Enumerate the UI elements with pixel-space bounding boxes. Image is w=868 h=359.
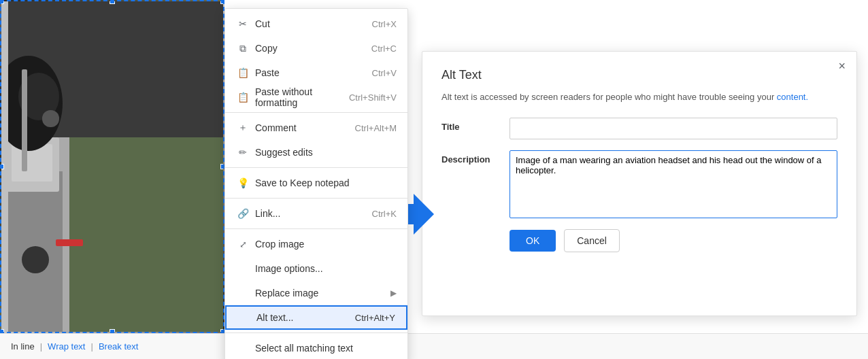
- menu-label-select-matching: Select all matching text: [255, 343, 397, 354]
- title-row: Title: [441, 118, 837, 139]
- menu-label-keep: Save to Keep notepad: [255, 177, 397, 188]
- dialog-title: Alt Text: [441, 68, 837, 82]
- menu-item-select-matching[interactable]: Select all matching text: [225, 336, 407, 359]
- paste-icon: 📋: [236, 67, 250, 78]
- dialog-close-button[interactable]: ×: [838, 60, 846, 72]
- submenu-arrow: ▶: [390, 288, 397, 298]
- menu-label-alt-text: Alt text...: [256, 312, 355, 323]
- suggest-icon: ✏: [236, 147, 250, 158]
- shortcut-alt-text: Ctrl+Alt+Y: [355, 313, 395, 323]
- context-menu: ✂ Cut Ctrl+X ⧉ Copy Ctrl+C 📋 Paste Ctrl+…: [224, 8, 408, 359]
- menu-label-comment: Comment: [255, 122, 355, 133]
- menu-item-replace-image[interactable]: Replace image ▶: [225, 281, 407, 305]
- menu-label-image-options: Image options...: [255, 263, 397, 274]
- menu-label-paste-no-format: Paste without formatting: [255, 86, 349, 108]
- dialog-description-link[interactable]: content.: [777, 92, 808, 102]
- shortcut-paste: Ctrl+V: [372, 68, 397, 78]
- menu-item-crop[interactable]: ⤢ Crop image: [225, 232, 407, 256]
- divider-1: [225, 112, 407, 113]
- menu-item-cut[interactable]: ✂ Cut Ctrl+X: [225, 12, 407, 36]
- handle-top-center[interactable]: [110, 0, 115, 4]
- svg-rect-11: [22, 69, 27, 171]
- ok-button[interactable]: OK: [510, 230, 556, 252]
- alt-text-dialog: × Alt Text Alt text is accessed by scree…: [422, 51, 857, 316]
- divider-3: [225, 198, 407, 199]
- menu-item-alt-text[interactable]: Alt text... Ctrl+Alt+Y: [225, 305, 407, 330]
- shortcut-paste-no-format: Ctrl+Shift+V: [349, 92, 397, 103]
- comment-icon: ＋: [236, 122, 250, 134]
- selected-image: [0, 0, 224, 333]
- menu-label-copy: Copy: [255, 43, 371, 54]
- link-icon: 🔗: [236, 208, 250, 219]
- title-input[interactable]: [510, 118, 837, 139]
- dialog-footer: OK Cancel: [441, 229, 837, 252]
- dialog-description: Alt text is accessed by screen readers f…: [441, 90, 837, 104]
- menu-item-keep[interactable]: 💡 Save to Keep notepad: [225, 171, 407, 195]
- shortcut-copy: Ctrl+C: [371, 44, 397, 54]
- divider-5: [225, 332, 407, 333]
- title-field-label: Title: [441, 118, 510, 132]
- image-content: [1, 1, 223, 332]
- menu-label-cut: Cut: [255, 18, 372, 29]
- menu-label-link: Link...: [255, 208, 372, 219]
- separator-2: |: [88, 341, 95, 352]
- bottom-toolbar: In line | Wrap text | Break text: [0, 333, 868, 359]
- shortcut-comment: Ctrl+Alt+M: [355, 123, 397, 133]
- menu-item-image-options[interactable]: Image options...: [225, 256, 407, 281]
- handle-top-left[interactable]: [0, 0, 4, 4]
- menu-item-paste[interactable]: 📋 Paste Ctrl+V: [225, 61, 407, 85]
- shortcut-cut: Ctrl+X: [372, 19, 397, 29]
- cancel-button[interactable]: Cancel: [564, 229, 620, 252]
- menu-item-suggest[interactable]: ✏ Suggest edits: [225, 140, 407, 165]
- cut-icon: ✂: [236, 18, 250, 29]
- description-row: Description Image of a man wearing an av…: [441, 150, 837, 218]
- shortcut-link: Ctrl+K: [372, 209, 397, 219]
- menu-item-comment[interactable]: ＋ Comment Ctrl+Alt+M: [225, 116, 407, 140]
- menu-item-link[interactable]: 🔗 Link... Ctrl+K: [225, 201, 407, 226]
- menu-label-crop: Crop image: [255, 239, 397, 250]
- svg-point-9: [22, 246, 49, 273]
- handle-middle-left[interactable]: [0, 164, 4, 169]
- divider-4: [225, 228, 407, 229]
- toolbar-break-text[interactable]: Break text: [96, 341, 141, 352]
- description-textarea[interactable]: Image of a man wearing an aviation heads…: [510, 150, 837, 218]
- toolbar-inline: In line: [8, 341, 37, 352]
- svg-rect-12: [56, 239, 83, 246]
- menu-label-suggest: Suggest edits: [255, 147, 397, 158]
- menu-label-replace-image: Replace image: [255, 288, 390, 298]
- copy-icon: ⧉: [236, 43, 250, 54]
- image-svg: [1, 1, 224, 333]
- menu-item-paste-no-format[interactable]: 📋 Paste without formatting Ctrl+Shift+V: [225, 85, 407, 109]
- menu-label-paste: Paste: [255, 67, 372, 78]
- toolbar-wrap-text[interactable]: Wrap text: [45, 341, 88, 352]
- handle-top-right[interactable]: [220, 0, 224, 4]
- crop-icon: ⤢: [236, 239, 250, 250]
- divider-2: [225, 167, 407, 168]
- paste-no-format-icon: 📋: [236, 92, 250, 103]
- description-field-label: Description: [441, 150, 510, 165]
- menu-item-copy[interactable]: ⧉ Copy Ctrl+C: [225, 36, 407, 61]
- keep-icon: 💡: [236, 177, 250, 188]
- svg-rect-13: [42, 110, 59, 127]
- separator-1: |: [37, 341, 45, 352]
